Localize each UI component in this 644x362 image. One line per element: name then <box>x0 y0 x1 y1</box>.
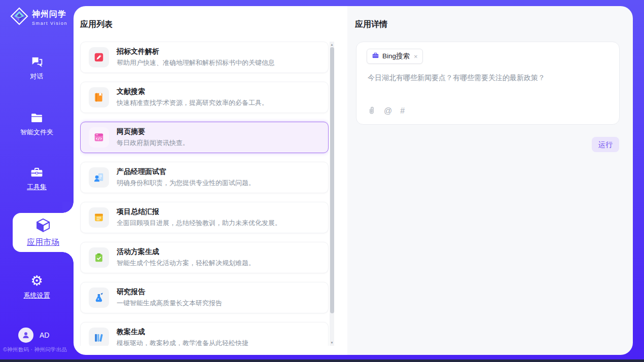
prompt-query-text[interactable]: 今日湖北有哪些新闻要点？有哪些需要关注的最新政策？ <box>368 74 609 83</box>
literature-book-icon <box>89 87 109 107</box>
sidebar-item-label: 系统设置 <box>0 291 74 300</box>
app-card-pm-interviewer[interactable]: 产品经理面试官 明确身份和职责，为您提供专业性的面试问题。 <box>80 162 329 193</box>
sidebar-item-label: 工具集 <box>0 183 74 192</box>
app-card-desc: 每日政府新闻资讯快查。 <box>117 138 189 148</box>
cube-icon <box>35 218 51 235</box>
diamond-gem-icon <box>10 7 28 27</box>
app-card-desc: 一键智能生成高质量长文本研究报告 <box>117 299 222 308</box>
app-card-desc: 帮助用户快速、准确地理解和解析招标书中的关键信息 <box>117 58 275 67</box>
app-card-title: 产品经理面试官 <box>117 167 255 176</box>
user-name: AD <box>40 331 49 339</box>
plan-clipboard-icon <box>89 247 109 268</box>
bubble-corner-top <box>62 202 74 213</box>
app-card-title: 文献搜索 <box>117 87 268 96</box>
app-card-desc: 智能生成个性化活动方案，轻松解决规划难题。 <box>117 259 255 268</box>
bubble-corner-bottom <box>62 252 74 263</box>
app-card-desc: 全面回顾项目进展，总结经验教训，助力未来优化发展。 <box>117 219 281 228</box>
list-scrollbar: ▲ ▼ <box>330 42 334 346</box>
sidebar-item-app-market[interactable]: 应用市场 <box>13 213 74 252</box>
sidebar-item-settings[interactable]: ⚙ 系统设置 <box>0 274 74 300</box>
app-card-bid-parse[interactable]: 招标文件解析 帮助用户快速、准确地理解和解析招标书中的关键信息 <box>80 42 329 73</box>
tool-chip-bing[interactable]: Bing搜索 × <box>367 49 423 64</box>
chip-close-icon[interactable]: × <box>414 53 418 60</box>
brand-name: 神州问学 <box>32 10 66 18</box>
tool-chip-label: Bing搜索 <box>382 52 410 61</box>
run-button[interactable]: 运行 <box>592 137 619 152</box>
app-card-web-summary[interactable]: 网页摘要 每日政府新闻资讯快查。 <box>80 122 329 153</box>
app-card-event-plan[interactable]: 活动方案生成 智能生成个性化活动方案，轻松解决规划难题。 <box>80 242 329 273</box>
brand-logo: 神州问学 Smart Vision <box>10 7 67 27</box>
mention-icon[interactable]: @ <box>384 106 392 116</box>
user-avatar-icon <box>18 328 33 343</box>
sidebar-item-chat[interactable]: 对话 <box>0 55 74 81</box>
app-card-desc: 明确身份和职责，为您提供专业性的面试问题。 <box>117 178 255 188</box>
scroll-down-icon[interactable]: ▼ <box>330 341 334 345</box>
composer-toolbar: @ # <box>367 105 405 117</box>
app-card-title: 项目总结汇报 <box>117 207 281 216</box>
interviewer-person-icon <box>89 167 109 188</box>
app-card-research-report[interactable]: 研究报告 一键智能生成高质量长文本研究报告 <box>80 282 329 313</box>
app-list-panel: 应用列表 招标文件解析 帮助用户快速、准确地理解和解析招标书中的关键信息 <box>74 6 347 355</box>
app-card-title: 教案生成 <box>117 328 248 337</box>
scroll-up-icon[interactable]: ▲ <box>330 43 334 47</box>
copyright-text: ©神州数码 · 神州问学出品 <box>3 346 74 353</box>
hash-icon[interactable]: # <box>400 106 405 116</box>
app-card-title: 活动方案生成 <box>117 247 255 257</box>
app-card-title: 招标文件解析 <box>117 47 275 56</box>
app-card-lesson-plan[interactable]: 教案生成 模板驱动，教案秒成，教学准备从此轻松快捷 <box>80 322 329 346</box>
app-card-title: 研究报告 <box>117 287 222 297</box>
prompt-card[interactable]: Bing搜索 × 今日湖北有哪些新闻要点？有哪些需要关注的最新政策？ @ # <box>356 42 620 125</box>
app-card-literature-search[interactable]: 文献搜索 快速精准查找学术资源，提高研究效率的必备工具。 <box>80 82 329 113</box>
app-card-desc: 快速精准查找学术资源，提高研究效率的必备工具。 <box>117 98 268 107</box>
bid-document-icon <box>89 47 109 67</box>
chat-icon <box>0 55 74 69</box>
sidebar-item-label: 智能文件夹 <box>0 128 74 137</box>
content-area: 应用列表 招标文件解析 帮助用户快速、准确地理解和解析招标书中的关键信息 <box>74 6 633 355</box>
sidebar: 神州问学 Smart Vision 对话 智能文件夹 <box>0 0 74 359</box>
sidebar-item-label: 应用市场 <box>27 237 59 248</box>
app-list-title: 应用列表 <box>80 19 113 30</box>
app-detail-panel: 应用详情 Bing搜索 × 今日湖北有哪些新闻要点？有哪些需要关注的最新政策？ <box>347 6 633 355</box>
app-window: 神州问学 Smart Vision 对话 智能文件夹 <box>0 0 644 362</box>
brand-tagline: Smart Vision <box>32 21 67 26</box>
sidebar-item-smart-folder[interactable]: 智能文件夹 <box>0 111 74 137</box>
folder-icon <box>0 111 74 125</box>
app-detail-title: 应用详情 <box>355 19 387 30</box>
app-list: 招标文件解析 帮助用户快速、准确地理解和解析招标书中的关键信息 文献搜索 <box>80 42 329 346</box>
scrollbar-thumb[interactable] <box>330 47 334 313</box>
research-ink-icon <box>89 287 109 308</box>
app-card-title: 网页摘要 <box>117 127 189 136</box>
app-card-project-summary[interactable]: 项目总结汇报 全面回顾项目进展，总结经验教训，助力未来优化发展。 <box>80 202 329 233</box>
paperclip-icon[interactable] <box>367 105 376 117</box>
briefcase-icon <box>372 52 379 61</box>
sidebar-item-label: 对话 <box>0 72 74 81</box>
lesson-books-icon <box>89 328 109 346</box>
toolbox-icon <box>0 165 74 179</box>
app-card-desc: 模板驱动，教案秒成，教学准备从此轻松快捷 <box>117 339 248 346</box>
window-bottom-edge <box>0 359 644 362</box>
sidebar-item-toolset[interactable]: 工具集 <box>0 165 74 192</box>
gear-icon: ⚙ <box>0 274 74 288</box>
user-account[interactable]: AD <box>18 328 49 343</box>
summary-note-icon <box>89 207 109 228</box>
webpage-code-icon <box>89 127 109 148</box>
